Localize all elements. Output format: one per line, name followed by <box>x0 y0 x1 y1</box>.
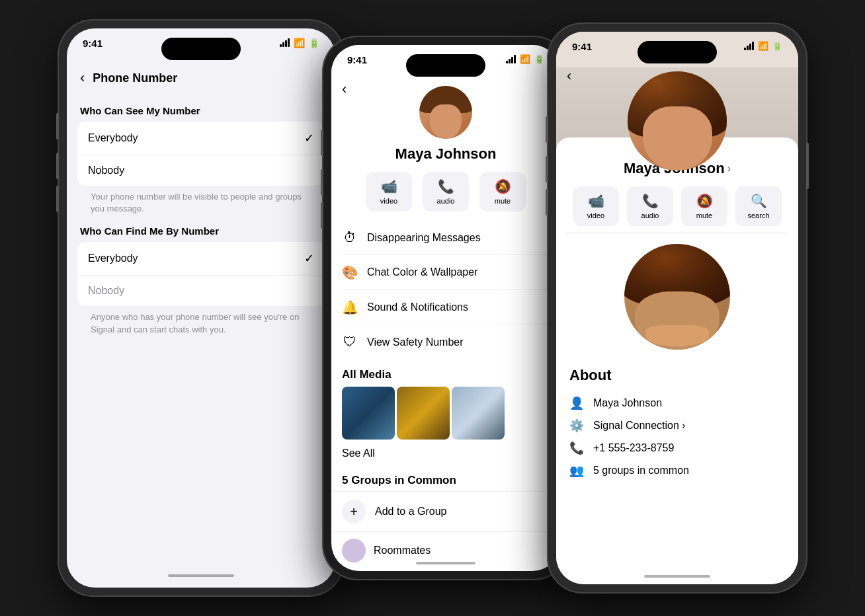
phone-left: 9:41 📶 🔋 ‹ Phone Number Who <box>59 20 343 596</box>
search-label-right: search <box>747 212 769 219</box>
person-icon: 👤 <box>569 396 584 410</box>
bottom-sheet-right: Maya Johnson › 📹 video 📞 audio 🔕 <box>556 137 798 584</box>
video-btn-right[interactable]: 📹 video <box>573 186 619 226</box>
media-thumb-1[interactable] <box>342 387 395 440</box>
audio-label-right: audio <box>641 212 659 219</box>
avatar-container-right <box>628 71 727 171</box>
media-grid <box>331 387 560 440</box>
time-right: 9:41 <box>572 41 592 52</box>
chat-color-wallpaper-item[interactable]: 🎨 Chat Color & Wallpaper <box>342 255 550 290</box>
about-signal-row[interactable]: ⚙️ Signal Connection › <box>569 414 785 437</box>
nobody-option-2[interactable]: Nobody <box>77 276 325 306</box>
audio-btn-center[interactable]: 📞 audio <box>423 172 469 212</box>
mute-label-right: mute <box>696 212 712 219</box>
see-all-link[interactable]: See All <box>331 440 560 467</box>
about-section: About 👤 Maya Johnson ⚙️ Signal Connectio… <box>556 360 798 488</box>
center-screen: 9:41 📶 🔋 ‹ <box>331 45 560 571</box>
status-icons-right: 📶 🔋 <box>744 41 782 51</box>
section1-title: Who Can See My Number <box>67 95 335 122</box>
video-label-right: video <box>587 212 604 219</box>
view-safety-number-label: View Safety Number <box>367 336 464 348</box>
mute-btn-center[interactable]: 🔕 mute <box>479 172 526 212</box>
signal-icon-right <box>744 42 754 50</box>
status-icons-left: 📶 🔋 <box>280 38 319 48</box>
audio-icon-center: 📞 <box>438 178 454 194</box>
everybody-option-1[interactable]: Everybody ✓ <box>77 122 325 155</box>
signal-chevron: › <box>682 420 685 432</box>
add-circle-icon: + <box>342 500 366 523</box>
add-group-label: Add to a Group <box>375 506 447 518</box>
everybody-option-2[interactable]: Everybody ✓ <box>77 242 325 276</box>
back-button-left[interactable]: ‹ <box>80 69 85 87</box>
signal-connection-icon: ⚙️ <box>569 418 584 433</box>
sound-notifications-item[interactable]: 🔔 Sound & Notifications <box>342 290 550 325</box>
time-left: 9:41 <box>83 38 103 49</box>
battery-icon-left: 🔋 <box>309 38 319 48</box>
status-icons-center: 📶 🔋 <box>506 54 544 64</box>
action-buttons-center: 📹 video 📞 audio 🔕 mute <box>331 163 560 221</box>
right-screen: 9:41 📶 🔋 ‹ <box>556 32 798 584</box>
checkmark-1: ✓ <box>304 131 314 145</box>
battery-icon-center: 🔋 <box>534 55 544 64</box>
about-groups-row: 👥 5 groups in common <box>569 459 785 482</box>
about-title: About <box>569 367 785 384</box>
section2-card: Everybody ✓ Nobody <box>77 242 325 306</box>
time-center: 9:41 <box>347 54 367 65</box>
page-title-left: Phone Number <box>93 71 177 85</box>
phone-icon: 📞 <box>569 441 584 455</box>
avatar-center <box>419 86 472 139</box>
back-button-right[interactable]: ‹ <box>567 67 571 85</box>
wifi-icon-left: 📶 <box>294 38 305 48</box>
nav-header-left: ‹ Phone Number <box>67 64 335 95</box>
mute-icon-center: 🔕 <box>495 178 511 194</box>
chevron-right-icon: › <box>727 163 731 174</box>
section2-hint: Anyone who has your phone number will se… <box>67 306 335 335</box>
media-thumb-3[interactable] <box>452 387 505 440</box>
audio-btn-right[interactable]: 📞 audio <box>627 186 673 226</box>
action-buttons-right: 📹 video 📞 audio 🔕 mute 🔍 search <box>556 180 798 233</box>
mute-btn-right[interactable]: 🔕 mute <box>681 186 727 226</box>
view-safety-number-item[interactable]: 🛡 View Safety Number <box>342 325 550 359</box>
profile-header-center: Maya Johnson <box>331 81 560 163</box>
section2-title: Who Can Find Me By Number <box>67 215 335 242</box>
add-group-row[interactable]: + Add to a Group <box>331 491 560 531</box>
wifi-icon-center: 📶 <box>520 54 530 64</box>
palette-icon: 🎨 <box>342 264 358 280</box>
about-name-text: Maya Johnson <box>593 397 662 409</box>
menu-list-center: ⏱ Disappearing Messages 🎨 Chat Color & W… <box>331 221 560 359</box>
home-indicator-center <box>416 562 475 564</box>
search-btn-right[interactable]: 🔍 search <box>735 186 782 226</box>
about-name-row: 👤 Maya Johnson <box>569 392 785 414</box>
section1-card: Everybody ✓ Nobody <box>77 122 325 186</box>
nobody-option-1[interactable]: Nobody <box>77 155 325 186</box>
media-thumb-2[interactable] <box>397 387 450 440</box>
audio-label-center: audio <box>437 197 455 205</box>
search-icon-right: 🔍 <box>751 193 767 209</box>
roommates-label: Roommates <box>374 545 431 557</box>
bell-icon: 🔔 <box>342 299 358 315</box>
phone-right: 9:41 📶 🔋 ‹ <box>548 24 806 592</box>
disappearing-messages-label: Disappearing Messages <box>367 232 481 244</box>
dynamic-island-center <box>406 54 485 77</box>
audio-icon-right: 📞 <box>642 193 659 209</box>
dynamic-island-right <box>638 41 717 63</box>
smile-hint <box>645 325 709 346</box>
left-screen: 9:41 📶 🔋 ‹ Phone Number Who <box>67 28 335 588</box>
home-indicator-left <box>168 574 234 577</box>
video-btn-center[interactable]: 📹 video <box>366 172 412 212</box>
large-photo-right <box>624 244 730 350</box>
avatar-curly-face <box>643 106 712 171</box>
avatar-face-center <box>430 104 462 139</box>
section1-hint: Your phone number will be visible to peo… <box>67 186 335 215</box>
roommates-avatar <box>342 539 366 562</box>
nobody-label-2: Nobody <box>88 285 124 297</box>
everybody-label-2: Everybody <box>88 252 138 264</box>
disappearing-messages-item[interactable]: ⏱ Disappearing Messages <box>342 221 550 255</box>
avatar-right <box>628 71 727 171</box>
groups-title: 5 Groups in Common <box>331 467 560 491</box>
all-media-title: All Media <box>331 359 560 387</box>
clock-icon: ⏱ <box>342 230 358 245</box>
shield-icon: 🛡 <box>342 334 358 350</box>
about-phone-row: 📞 +1 555-233-8759 <box>569 437 785 459</box>
back-button-center[interactable]: ‹ <box>342 81 347 98</box>
